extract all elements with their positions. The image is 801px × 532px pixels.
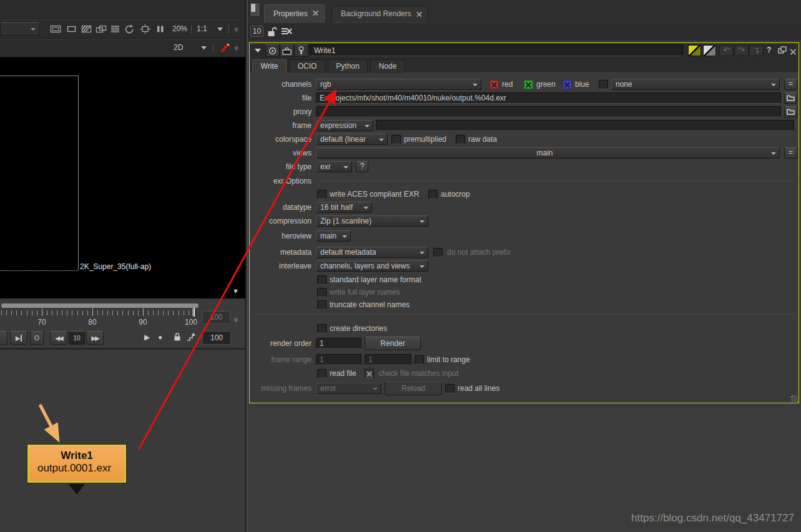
frame-range-end-field[interactable] (365, 354, 411, 365)
panel-collapse-icon[interactable] (255, 49, 261, 52)
missing-frames-dropdown[interactable]: error (316, 383, 381, 394)
pause-icon[interactable] (155, 24, 166, 34)
color-sampler-icon[interactable] (220, 42, 231, 52)
skip-to-end-button[interactable]: ▶ (10, 331, 27, 345)
revert-button[interactable]: ↴ (749, 45, 764, 56)
view-mode-dropdown-arrow-icon[interactable] (201, 46, 212, 56)
timeline-overflow-icon[interactable]: » (232, 317, 241, 321)
proxy-rect-icon[interactable] (66, 24, 77, 34)
proxy-browse-button[interactable] (784, 106, 797, 117)
metadata-dropdown[interactable]: default metadata (316, 247, 428, 258)
pane-grip-icon[interactable] (250, 2, 260, 17)
viewer-canvas[interactable]: 2K_Super_35(full-ap) ▼ (0, 57, 245, 298)
standard-layer-checkbox[interactable] (317, 275, 327, 285)
refresh-icon[interactable] (124, 24, 135, 34)
channel-swatch-yellow-icon[interactable] (688, 45, 701, 56)
views-dropdown[interactable]: main (316, 147, 780, 159)
help-button[interactable]: ? (767, 46, 771, 54)
settings-wrench-icon[interactable] (294, 44, 308, 57)
viewer-collapse-icon[interactable]: ▼ (232, 287, 239, 295)
layer-dropdown[interactable]: none (611, 79, 780, 90)
aspect-ratio[interactable]: 1:1 (197, 24, 207, 33)
file-type-help-button[interactable]: ? (356, 161, 368, 172)
autocrop-checkbox[interactable] (428, 190, 438, 199)
frame-increment-field[interactable]: 10 (69, 331, 85, 345)
interleave-dropdown[interactable]: channels, layers and views (316, 260, 428, 272)
file-browse-button[interactable] (784, 92, 797, 104)
frame-format-icon[interactable] (50, 24, 61, 34)
max-panels-field[interactable]: 10 (250, 26, 263, 37)
red-checkbox[interactable] (489, 80, 499, 89)
lock-icon[interactable] (173, 332, 182, 342)
tab-python[interactable]: Python (328, 59, 368, 73)
undo-button[interactable]: ↶ (719, 45, 734, 56)
reload-button[interactable]: Reload (385, 382, 442, 395)
truncate-checkbox[interactable] (317, 300, 327, 310)
lock-range-button[interactable] (0, 331, 7, 345)
toolbar-overflow-icon[interactable]: » (232, 46, 242, 49)
redo-button[interactable]: ↷ (734, 45, 749, 56)
playhead[interactable] (194, 308, 195, 317)
close-panel-icon[interactable] (790, 47, 796, 56)
file-field[interactable] (316, 92, 781, 104)
play-icon[interactable]: ▶ (144, 333, 150, 342)
timeline-scrollbar[interactable] (1, 303, 199, 308)
range-end-field[interactable]: 100 (202, 311, 230, 324)
raw-data-checkbox[interactable] (456, 135, 465, 144)
view-mode[interactable]: 2D (174, 43, 183, 52)
ratio-dropdown-arrow-icon[interactable] (217, 27, 229, 37)
full-layer-checkbox[interactable] (317, 288, 327, 297)
flipbook-icon[interactable] (186, 332, 197, 342)
frame-range-start-field[interactable] (316, 354, 361, 365)
tab-write[interactable]: Write (252, 59, 287, 73)
tab-background-renders[interactable]: Background Renders (332, 6, 428, 22)
check-matches-checkbox[interactable] (365, 369, 374, 378)
step-forward-button[interactable]: ▶▶ (86, 331, 104, 345)
green-checkbox[interactable] (524, 80, 533, 89)
cascade-windows-icon[interactable] (96, 24, 107, 34)
tab-properties[interactable]: Properties (264, 4, 325, 22)
roi-icon[interactable] (140, 24, 151, 34)
datatype-dropdown[interactable]: 16 bit half (316, 202, 372, 213)
channels-dropdown[interactable]: rgb (316, 79, 481, 90)
compression-dropdown[interactable]: Zip (1 scanline) (316, 215, 428, 227)
in-point-button[interactable]: O (30, 331, 44, 345)
aces-checkbox[interactable] (317, 190, 327, 199)
read-file-checkbox[interactable] (317, 369, 327, 378)
create-dirs-checkbox[interactable] (317, 324, 327, 333)
frame-mode-dropdown[interactable]: expression (316, 120, 373, 131)
write-node[interactable]: Write1 output.0001.exr (27, 445, 126, 483)
render-button[interactable]: Render (365, 337, 421, 350)
heroview-dropdown[interactable]: main (316, 230, 351, 242)
unlock-icon[interactable] (267, 26, 277, 37)
checker-icon[interactable] (81, 24, 92, 34)
pane-splitter[interactable] (245, 0, 247, 532)
monitor-output-icon[interactable] (280, 44, 294, 57)
node-title-field[interactable] (310, 44, 683, 56)
viewer-layer-dropdown[interactable] (0, 22, 40, 36)
toolbar-overflow-icon[interactable]: » (232, 27, 242, 31)
read-all-lines-checkbox[interactable] (445, 384, 455, 393)
current-frame-field[interactable]: 100 (202, 331, 231, 345)
node-output-connector[interactable] (69, 484, 85, 495)
blue-checkbox[interactable] (563, 80, 572, 89)
record-icon[interactable]: ● (158, 333, 162, 342)
render-order-field[interactable] (316, 338, 361, 349)
frame-expression-field[interactable] (376, 120, 794, 131)
timeline-ruler[interactable] (1, 310, 199, 315)
proxy-field[interactable] (316, 106, 781, 117)
limit-range-checkbox[interactable] (415, 355, 424, 365)
zoom-level[interactable]: 20% (172, 24, 187, 33)
step-back-button[interactable]: ◀◀ (50, 331, 67, 345)
float-panel-icon[interactable] (778, 46, 787, 54)
scanlines-icon[interactable] (110, 24, 121, 34)
close-all-panels-icon[interactable] (280, 26, 293, 36)
views-options-button[interactable]: = (784, 147, 797, 159)
tab-node[interactable]: Node (370, 59, 405, 73)
pane-divider[interactable] (0, 348, 245, 350)
close-tab-icon[interactable] (416, 11, 422, 17)
panel-resize-grip[interactable] (791, 395, 798, 402)
extra-channel-checkbox[interactable] (599, 80, 608, 89)
channel-swatch-gray-icon[interactable] (703, 45, 716, 56)
file-type-dropdown[interactable]: exr (316, 161, 352, 172)
